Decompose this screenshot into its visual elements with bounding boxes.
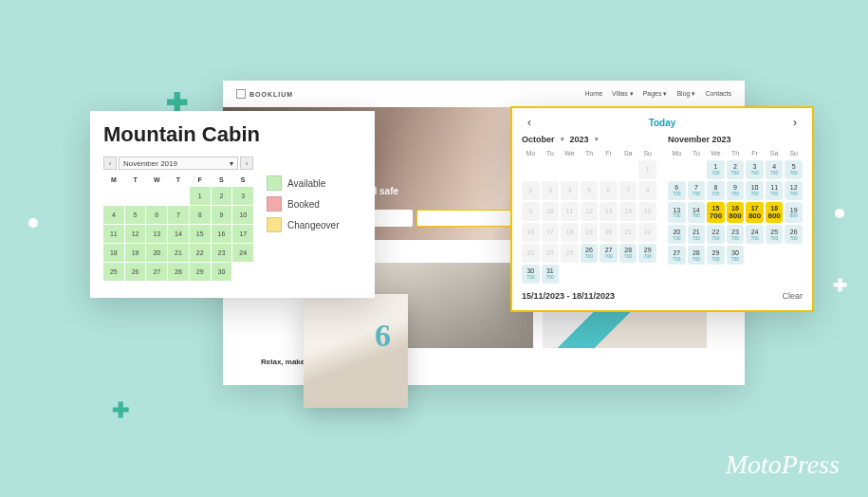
- range-day[interactable]: 4700: [766, 160, 784, 179]
- cal-day[interactable]: 21: [168, 244, 189, 262]
- range-day[interactable]: 5700: [785, 160, 803, 179]
- price-label: 700: [746, 236, 764, 242]
- range-day[interactable]: 26700: [785, 225, 803, 244]
- range-day[interactable]: 26700: [581, 244, 599, 263]
- range-day[interactable]: 6700: [668, 181, 686, 200]
- range-day[interactable]: 27700: [668, 246, 686, 265]
- legend-label: Booked: [287, 199, 320, 210]
- range-day[interactable]: 18800: [766, 202, 784, 223]
- range-day[interactable]: 29700: [707, 246, 725, 265]
- range-day[interactable]: 27700: [600, 244, 618, 263]
- range-day[interactable]: 23700: [727, 225, 745, 244]
- cal-day[interactable]: 10: [232, 206, 253, 224]
- cal-month-select[interactable]: November 2019▾: [119, 156, 238, 170]
- today-button[interactable]: Today: [537, 118, 787, 128]
- weekday-header: Sa: [766, 148, 784, 158]
- range-day[interactable]: 28700: [619, 244, 637, 263]
- range-day[interactable]: 14700: [688, 202, 706, 223]
- cal-day[interactable]: 24: [232, 244, 253, 262]
- nav-contacts[interactable]: Contacts: [705, 90, 731, 98]
- range-day[interactable]: 17800: [746, 202, 764, 223]
- range-day[interactable]: 16800: [727, 202, 745, 223]
- cal-day: [168, 187, 189, 205]
- range-day[interactable]: 10700: [746, 181, 764, 200]
- range-day[interactable]: 30700: [522, 265, 540, 284]
- nav-home[interactable]: Home: [584, 90, 602, 98]
- cal-day[interactable]: 22: [190, 244, 211, 262]
- range-day[interactable]: 8700: [707, 181, 725, 200]
- range-day: 5: [581, 181, 599, 200]
- cal-day[interactable]: 7: [168, 206, 189, 224]
- range-day[interactable]: 31700: [542, 265, 560, 284]
- year-label[interactable]: 2023: [570, 135, 589, 144]
- range-day[interactable]: 2700: [727, 160, 745, 179]
- range-day[interactable]: 1700: [707, 160, 725, 179]
- deco-dot-icon: [28, 218, 38, 228]
- range-prev-button[interactable]: ‹: [522, 116, 537, 129]
- month-name[interactable]: October: [522, 135, 555, 144]
- cal-day[interactable]: 30: [212, 263, 232, 281]
- cal-day[interactable]: 28: [168, 263, 189, 281]
- nav-villas[interactable]: Villas ▾: [612, 90, 634, 98]
- nav-pages[interactable]: Pages ▾: [643, 90, 668, 98]
- cal-day[interactable]: 8: [190, 206, 211, 224]
- clear-button[interactable]: Clear: [782, 291, 803, 301]
- month-grid: MoTuWeThFrSaSu17002700370047005700670077…: [668, 148, 803, 265]
- cal-day[interactable]: 12: [125, 225, 146, 243]
- cal-day[interactable]: 20: [146, 244, 167, 262]
- range-day[interactable]: 7700: [688, 181, 706, 200]
- cal-day[interactable]: 26: [125, 263, 146, 281]
- site-logo-text: BOOKLIUM: [249, 91, 293, 98]
- range-day[interactable]: 3700: [746, 160, 764, 179]
- cal-day[interactable]: 23: [212, 244, 232, 262]
- range-next-button[interactable]: ›: [787, 116, 803, 129]
- range-day[interactable]: 25700: [766, 225, 784, 244]
- cal-day[interactable]: 29: [190, 263, 211, 281]
- cal-day[interactable]: 19: [125, 244, 146, 262]
- cal-day[interactable]: 6: [146, 206, 167, 224]
- cal-day[interactable]: 16: [212, 225, 232, 243]
- month-name[interactable]: November 2023: [668, 135, 731, 144]
- range-day[interactable]: 22700: [707, 225, 725, 244]
- nav-blog[interactable]: Blog ▾: [676, 90, 695, 98]
- range-day: [581, 160, 599, 179]
- range-day[interactable]: 21700: [688, 225, 706, 244]
- cal-day[interactable]: 17: [232, 225, 253, 243]
- range-day[interactable]: 29700: [638, 244, 656, 263]
- cal-day[interactable]: 25: [103, 263, 124, 281]
- cal-next-button[interactable]: ›: [240, 156, 253, 170]
- cal-day[interactable]: 13: [146, 225, 167, 243]
- cal-day[interactable]: 5: [125, 206, 146, 224]
- range-day[interactable]: 13700: [668, 202, 686, 223]
- cal-day[interactable]: 3: [232, 187, 253, 205]
- range-day[interactable]: 11700: [766, 181, 784, 200]
- range-day[interactable]: 12700: [785, 181, 803, 200]
- range-day: [561, 265, 579, 284]
- cal-day[interactable]: 2: [212, 187, 232, 205]
- cal-day[interactable]: 11: [103, 225, 124, 243]
- month-column: November 2023MoTuWeThFrSaSu1700270037004…: [668, 135, 803, 284]
- cal-day[interactable]: 27: [146, 263, 167, 281]
- weekday-header: We: [561, 148, 579, 158]
- range-day[interactable]: 20700: [668, 225, 686, 244]
- range-day[interactable]: 30700: [727, 246, 745, 265]
- range-day[interactable]: 19800: [785, 202, 803, 223]
- cal-day[interactable]: 9: [212, 206, 232, 224]
- chevron-down-icon: ▾: [595, 136, 599, 143]
- range-day[interactable]: 28700: [688, 246, 706, 265]
- range-day[interactable]: 24700: [746, 225, 764, 244]
- range-day: [766, 246, 784, 265]
- range-day[interactable]: 9700: [727, 181, 745, 200]
- price-label: 700: [707, 192, 725, 197]
- weekday-header: Fr: [746, 148, 764, 158]
- range-day: [522, 160, 540, 179]
- cal-day[interactable]: 1: [190, 187, 211, 205]
- cal-day[interactable]: 4: [103, 206, 124, 224]
- cal-prev-button[interactable]: ‹: [103, 156, 117, 170]
- cal-day[interactable]: 14: [168, 225, 189, 243]
- section-caption: Relax, make new friends, enjoy: [223, 358, 745, 385]
- cal-day[interactable]: 15: [190, 225, 211, 243]
- cal-day[interactable]: 18: [103, 244, 124, 262]
- range-day[interactable]: 15700: [707, 202, 725, 223]
- checkout-field[interactable]: [416, 210, 521, 227]
